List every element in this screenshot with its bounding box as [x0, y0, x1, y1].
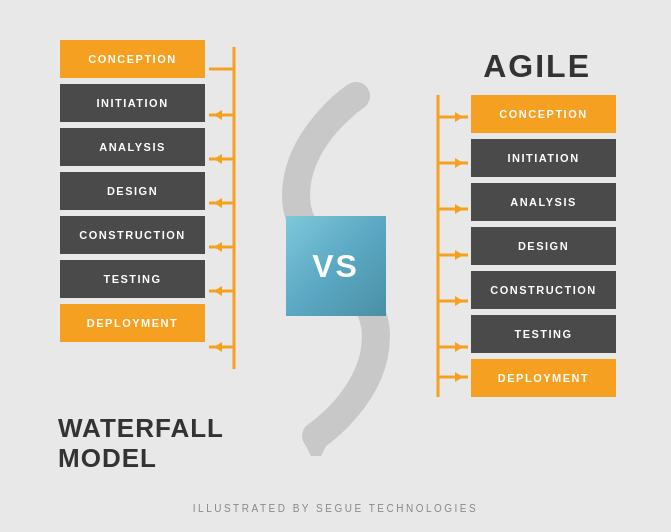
- svg-marker-7: [214, 154, 222, 164]
- waterfall-step-5: TESTING: [60, 260, 205, 298]
- agile-steps: CONCEPTIONINITIATIONANALYSISDESIGNCONSTR…: [471, 95, 616, 397]
- agile-step-3: DESIGN: [471, 227, 616, 265]
- agile-step-0: CONCEPTION: [471, 95, 616, 133]
- svg-marker-22: [455, 204, 463, 214]
- svg-marker-0: [306, 446, 326, 456]
- agile-step-6: DEPLOYMENT: [471, 359, 616, 397]
- footer-text: ILLUSTRATED BY SEGUE TECHNOLOGIES: [193, 503, 478, 514]
- svg-marker-9: [214, 198, 222, 208]
- waterfall-step-4: CONSTRUCTION: [60, 216, 205, 254]
- agile-step-5: TESTING: [471, 315, 616, 353]
- svg-marker-15: [214, 342, 222, 352]
- agile-step-4: CONSTRUCTION: [471, 271, 616, 309]
- svg-marker-28: [455, 342, 463, 352]
- agile-step-2: ANALYSIS: [471, 183, 616, 221]
- waterfall-step-0: CONCEPTION: [60, 40, 205, 78]
- agile-section: CONCEPTIONINITIATIONANALYSISDESIGNCONSTR…: [471, 95, 616, 403]
- agile-label: AGILE: [483, 48, 591, 85]
- agile-step-1: INITIATION: [471, 139, 616, 177]
- waterfall-step-3: DESIGN: [60, 172, 205, 210]
- right-connector: [433, 95, 473, 397]
- svg-marker-11: [214, 242, 222, 252]
- vs-label: VS: [312, 248, 359, 285]
- svg-marker-20: [455, 158, 463, 168]
- svg-marker-13: [214, 286, 222, 296]
- svg-marker-30: [455, 372, 463, 382]
- svg-marker-5: [214, 110, 222, 120]
- svg-marker-24: [455, 250, 463, 260]
- vs-box: VS: [286, 216, 386, 316]
- waterfall-step-2: ANALYSIS: [60, 128, 205, 166]
- waterfall-step-6: DEPLOYMENT: [60, 304, 205, 342]
- waterfall-section: CONCEPTIONINITIATIONANALYSISDESIGNCONSTR…: [60, 40, 205, 348]
- svg-marker-18: [455, 112, 463, 122]
- waterfall-step-1: INITIATION: [60, 84, 205, 122]
- waterfall-steps: CONCEPTIONINITIATIONANALYSISDESIGNCONSTR…: [60, 40, 205, 348]
- waterfall-label: WATERFALL MODEL: [58, 414, 224, 474]
- main-container: VS CONCEPTIONINITIATIONANALYSISDESIGNCON…: [0, 0, 671, 532]
- left-connector: [204, 47, 239, 369]
- svg-marker-26: [455, 296, 463, 306]
